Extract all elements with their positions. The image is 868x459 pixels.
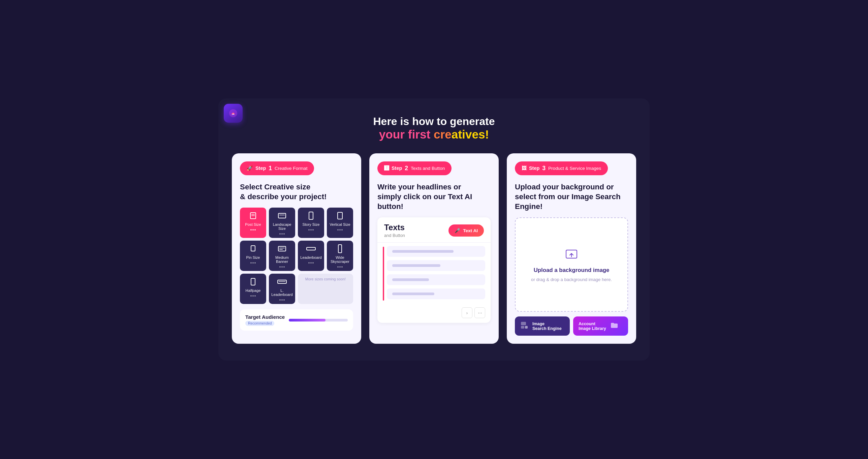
step3-img-icon: 🖼: [522, 165, 526, 171]
size-landscape-label: Landscape Size: [271, 222, 293, 231]
step3-step-label: Step: [529, 165, 539, 171]
size-halfpage-label: Halfpage: [246, 288, 261, 293]
card-step3: 🖼 Step 3 Product & Service Images Upload…: [507, 153, 636, 344]
size-wide-skyscraper-label: Wide Skyscraper: [329, 255, 351, 264]
upload-sub: or drag & drop a background image here.: [531, 277, 612, 282]
text-row-1[interactable]: [387, 246, 485, 257]
page-header: Here is how to generate your first creat…: [232, 112, 636, 141]
size-pin-label: Pin Size: [246, 255, 260, 259]
size-l-leaderboard-label: L. Leaderboard: [271, 288, 293, 297]
texts-panel: Texts and Button 🎤 Text AI: [377, 217, 491, 323]
ta-label: Target Audience: [245, 314, 285, 320]
size-pin[interactable]: Pin Size: [240, 241, 266, 271]
target-audience-box: Target Audience Recommended: [240, 309, 353, 331]
text-row-2[interactable]: [387, 260, 485, 271]
texts-header: Texts and Button 🎤 Text AI: [377, 217, 491, 243]
text-row-4[interactable]: [387, 288, 485, 299]
step2-step-label: Step: [392, 165, 402, 171]
size-medium-banner-label: Medium Banner: [271, 255, 293, 264]
search-icon: [520, 321, 528, 331]
svg-rect-20: [521, 326, 524, 329]
text-line-3: [392, 278, 429, 281]
step2-num: 2: [405, 165, 408, 172]
text-ai-icon: 🎤: [455, 228, 460, 233]
size-coming-soon: More sizes coming soon!: [298, 274, 353, 304]
image-buttons: Image Search Engine Account Image Librar…: [515, 316, 628, 336]
svg-rect-21: [525, 326, 528, 329]
size-wide-skyscraper[interactable]: Wide Skyscraper: [327, 241, 353, 271]
library-btn-line2: Image Library: [579, 326, 606, 331]
size-medium-banner[interactable]: Medium Banner: [269, 241, 295, 271]
step2-sub: Texts and Button: [411, 166, 445, 171]
svg-rect-4: [278, 213, 286, 218]
size-vertical[interactable]: Vertical Size: [327, 208, 353, 238]
nav-dots-btn[interactable]: ⋯: [474, 307, 485, 318]
vertical-icon: [335, 211, 345, 220]
svg-rect-9: [278, 246, 286, 251]
halfpage-icon: [248, 277, 258, 286]
upload-area[interactable]: Upload a background image or drag & drop…: [515, 217, 628, 312]
size-landscape[interactable]: Landscape Size: [269, 208, 295, 238]
size-l-leaderboard[interactable]: L. Leaderboard: [269, 274, 295, 304]
library-btn-text: Account Image Library: [579, 322, 606, 331]
card-step1: 🚀 Step 1 Creative Format Select Creative…: [232, 153, 361, 344]
size-grid: Post Size Landscape Size Story Size: [240, 208, 353, 304]
size-story-label: Story Size: [303, 222, 320, 226]
step2-text-icon: 🆃: [384, 165, 389, 171]
header-orange: cre: [434, 128, 452, 141]
size-post-label: Post Size: [245, 222, 261, 226]
header-first: first: [408, 128, 434, 141]
header-line2: your first creatives!: [232, 128, 636, 141]
l-leaderboard-icon: [277, 277, 287, 286]
size-halfpage[interactable]: Halfpage: [240, 274, 266, 304]
svg-rect-19: [521, 322, 526, 325]
svg-rect-12: [307, 247, 315, 250]
leaderboard-icon: [306, 244, 316, 253]
step1-sub: Creative Format: [275, 166, 307, 171]
step1-num: 1: [269, 165, 272, 172]
texts-panel-title: Texts: [384, 223, 405, 232]
upload-title: Upload a background image: [534, 267, 610, 274]
text-row-3[interactable]: [387, 274, 485, 285]
image-search-btn[interactable]: Image Search Engine: [515, 316, 570, 336]
step2-badge: 🆃 Step 2 Texts and Button: [377, 161, 452, 175]
step3-badge: 🖼 Step 3 Product & Service Images: [515, 161, 608, 175]
ta-label-wrap: Target Audience Recommended: [245, 314, 285, 326]
step1-rocket-icon: 🚀: [247, 165, 253, 171]
texts-nav: › ⋯: [377, 305, 491, 323]
main-container: Here is how to generate your first creat…: [218, 98, 650, 361]
size-post[interactable]: Post Size: [240, 208, 266, 238]
size-coming-soon-label: More sizes coming soon!: [305, 277, 346, 281]
step3-sub: Product & Service Images: [548, 166, 601, 171]
step1-title: Select Creative size& describe your proj…: [240, 182, 353, 202]
ta-badge: Recommended: [245, 321, 274, 326]
text-ai-label: Text AI: [463, 228, 478, 233]
text-ai-button[interactable]: 🎤 Text AI: [448, 224, 484, 237]
nav-arrow-btn[interactable]: ›: [462, 307, 472, 318]
text-line-2: [392, 264, 440, 267]
medium-banner-icon: [277, 244, 287, 253]
svg-rect-6: [309, 212, 313, 219]
svg-rect-7: [338, 212, 342, 219]
texts-title-wrap: Texts and Button: [384, 223, 405, 238]
post-icon: [248, 211, 258, 220]
svg-rect-14: [251, 278, 255, 285]
account-library-btn[interactable]: Account Image Library: [573, 316, 628, 336]
ta-bar-fill: [289, 319, 325, 322]
texts-rows-area: [377, 243, 491, 305]
header-line1: Here is how to generate: [232, 115, 636, 128]
search-btn-line1: Image: [532, 322, 545, 326]
size-leaderboard[interactable]: Leaderboard: [298, 241, 324, 271]
step3-title: Upload your background orselect from our…: [515, 182, 628, 211]
card-step2: 🆃 Step 2 Texts and Button Write your hea…: [369, 153, 499, 344]
folder-icon: [610, 321, 618, 331]
svg-rect-13: [338, 245, 342, 253]
svg-rect-15: [278, 280, 286, 283]
size-story[interactable]: Story Size: [298, 208, 324, 238]
wide-skyscraper-icon: [335, 244, 345, 253]
header-pink: your: [379, 128, 408, 141]
texts-panel-subtitle: and Button: [384, 233, 405, 238]
upload-icon: [565, 247, 578, 264]
pin-icon: [248, 244, 258, 253]
cards-row: 🚀 Step 1 Creative Format Select Creative…: [232, 153, 636, 344]
